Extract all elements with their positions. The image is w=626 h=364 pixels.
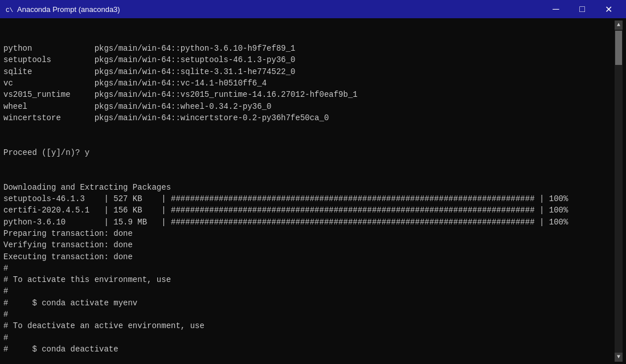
terminal-line: vc pkgs/main/win-64::vc-14.1-h0510ff6_4 — [3, 77, 615, 89]
terminal-line: vs2015_runtime pkgs/main/win-64::vs2015_… — [3, 89, 615, 100]
terminal-line: # — [3, 309, 615, 320]
terminal-line: python pkgs/main/win-64::python-3.6.10-h… — [3, 43, 615, 54]
terminal-icon: C\ — [5, 5, 14, 14]
window: C\ Anaconda Prompt (anaconda3) ─ □ ✕ pyt… — [0, 0, 626, 364]
terminal-line — [3, 124, 615, 135]
title-bar: C\ Anaconda Prompt (anaconda3) ─ □ ✕ — [0, 0, 626, 18]
terminal-line: python-3.6.10 | 15.9 MB | ##############… — [3, 216, 615, 228]
terminal-line — [3, 136, 615, 147]
minimize-button[interactable]: ─ — [543, 0, 569, 18]
window-title: Anaconda Prompt (anaconda3) — [17, 5, 543, 14]
scrollbar[interactable]: ▲ ▼ — [615, 21, 623, 362]
terminal-line: Preparing transaction: done — [3, 228, 615, 239]
terminal-line: # $ conda deactivate — [3, 343, 615, 355]
terminal-line — [3, 170, 615, 181]
scrollbar-track[interactable] — [615, 30, 623, 353]
close-button[interactable]: ✕ — [595, 0, 621, 18]
terminal-body: python pkgs/main/win-64::python-3.6.10-h… — [0, 18, 626, 364]
terminal-line: wincertstore pkgs/main/win-64::wincertst… — [3, 112, 615, 124]
terminal-line: Downloading and Extracting Packages — [3, 182, 615, 193]
terminal-line: sqlite pkgs/main/win-64::sqlite-3.31.1-h… — [3, 66, 615, 77]
scroll-up-arrow[interactable]: ▲ — [615, 21, 623, 30]
window-controls: ─ □ ✕ — [543, 0, 621, 18]
terminal-line: setuptools pkgs/main/win-64::setuptools-… — [3, 54, 615, 66]
terminal-line: wheel pkgs/main/win-64::wheel-0.34.2-py3… — [3, 101, 615, 112]
scroll-down-arrow[interactable]: ▼ — [615, 353, 623, 362]
maximize-button[interactable]: □ — [569, 0, 595, 18]
terminal-line: Executing transaction: done — [3, 251, 615, 263]
svg-text:C\: C\ — [6, 7, 13, 14]
terminal-line — [3, 158, 615, 170]
terminal-line: certifi-2020.4.5.1 | 156 KB | ##########… — [3, 205, 615, 216]
terminal-line: Verifying transaction: done — [3, 239, 615, 251]
terminal-line: # To deactivate an active environment, u… — [3, 320, 615, 332]
terminal-line: Proceed ([y]/n)? y — [3, 147, 615, 158]
terminal-line: setuptools-46.1.3 | 527 KB | ###########… — [3, 193, 615, 205]
terminal-line: # — [3, 285, 615, 297]
terminal-line: # $ conda activate myenv — [3, 297, 615, 309]
terminal-line — [3, 355, 615, 362]
terminal-line: # — [3, 263, 615, 274]
terminal-line: # — [3, 332, 615, 343]
terminal-line: # To activate this environment, use — [3, 274, 615, 285]
scrollbar-thumb[interactable] — [615, 31, 622, 65]
terminal-content[interactable]: python pkgs/main/win-64::python-3.6.10-h… — [3, 21, 615, 362]
